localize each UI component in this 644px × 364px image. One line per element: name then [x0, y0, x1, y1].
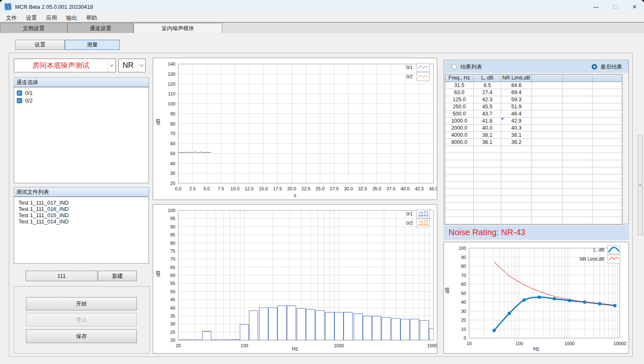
list-item[interactable]: Test 1_111_017_IND: [18, 200, 149, 206]
table-cell[interactable]: 43.7: [474, 110, 501, 118]
table-row[interactable]: [445, 146, 622, 153]
menu-item-3[interactable]: 应用: [41, 13, 62, 23]
table-cell[interactable]: [445, 174, 474, 182]
table-row[interactable]: [445, 182, 622, 189]
table-cell[interactable]: [474, 196, 501, 203]
list-item[interactable]: Test 1_111_016_IND: [18, 206, 149, 212]
minimize-button[interactable]: —: [587, 0, 606, 13]
radio-on-icon[interactable]: [592, 64, 597, 69]
table-cell[interactable]: 63.0: [445, 89, 474, 96]
table-cell[interactable]: [593, 160, 622, 167]
table-cell[interactable]: [593, 196, 622, 203]
table-cell[interactable]: 45.5: [474, 103, 501, 110]
list-item[interactable]: Test 1_111_014_IND: [18, 218, 149, 225]
table-cell[interactable]: [593, 189, 622, 196]
table-cell[interactable]: [501, 167, 532, 174]
table-cell[interactable]: 36.2: [501, 139, 532, 146]
table-cell[interactable]: [593, 182, 622, 189]
table-row[interactable]: [445, 189, 622, 196]
table-cell[interactable]: [532, 118, 563, 125]
table-cell[interactable]: [445, 146, 474, 153]
table-cell[interactable]: 42.3: [474, 96, 501, 103]
table-cell[interactable]: [445, 182, 474, 189]
table-cell[interactable]: 38.1: [474, 132, 501, 139]
table-cell[interactable]: [532, 132, 563, 139]
table-row[interactable]: 8000.036.136.2: [445, 139, 622, 146]
table-cell[interactable]: 4000.0: [445, 132, 474, 139]
table-cell[interactable]: [563, 82, 593, 89]
channel-item[interactable]: ✓0/1: [17, 89, 149, 97]
table-cell[interactable]: [593, 167, 622, 174]
channel-item[interactable]: ✓0/2: [17, 97, 149, 104]
table-cell[interactable]: [563, 174, 593, 182]
table-cell[interactable]: [532, 110, 563, 118]
table-cell[interactable]: [563, 196, 593, 203]
table-cell[interactable]: [593, 118, 622, 125]
table-cell[interactable]: [474, 182, 501, 189]
table-cell[interactable]: 69.4: [501, 89, 532, 96]
rating-standard-combobox[interactable]: NR: [118, 59, 146, 72]
menu-item-2[interactable]: 设置: [21, 13, 41, 23]
table-row[interactable]: 1000.041.842.9: [445, 118, 622, 125]
table-cell[interactable]: [445, 210, 474, 217]
tab-settings[interactable]: 设置: [15, 40, 65, 50]
table-row[interactable]: 250.045.551.9: [445, 103, 622, 110]
table-cell[interactable]: [532, 96, 563, 103]
table-row[interactable]: 63.027.469.4: [445, 89, 622, 96]
table-cell[interactable]: 31.5: [445, 82, 474, 89]
test-file-list[interactable]: Test 1_111_017_INDTest 1_111_016_INDTest…: [14, 197, 149, 264]
table-cell[interactable]: [445, 217, 474, 224]
table-cell[interactable]: [593, 153, 622, 160]
table-cell[interactable]: [563, 217, 593, 224]
table-cell[interactable]: [474, 160, 501, 167]
table-cell[interactable]: [593, 210, 622, 217]
table-cell[interactable]: 8000.0: [445, 139, 474, 146]
table-cell[interactable]: [563, 125, 593, 132]
table-cell[interactable]: [532, 167, 563, 174]
table-cell[interactable]: [532, 182, 563, 189]
tab-1[interactable]: 文档设置: [0, 23, 67, 33]
table-cell[interactable]: [563, 96, 593, 103]
close-button[interactable]: ✕: [625, 0, 644, 13]
table-cell[interactable]: [532, 160, 563, 167]
table-cell[interactable]: [532, 189, 563, 196]
table-cell[interactable]: [593, 139, 622, 146]
table-cell[interactable]: [474, 174, 501, 182]
table-cell[interactable]: [445, 203, 474, 210]
table-cell[interactable]: [501, 189, 532, 196]
menu-item-4[interactable]: 输出: [62, 13, 82, 23]
table-cell[interactable]: 36.1: [474, 139, 501, 146]
table-cell[interactable]: [593, 174, 622, 182]
table-cell[interactable]: 59.3: [501, 96, 532, 103]
save-button[interactable]: 保存: [26, 329, 137, 343]
table-cell[interactable]: [563, 118, 593, 125]
table-cell[interactable]: [501, 146, 532, 153]
table-cell[interactable]: [593, 89, 622, 96]
table-cell[interactable]: [563, 139, 593, 146]
table-cell[interactable]: [593, 82, 622, 89]
table-cell[interactable]: [474, 203, 501, 210]
table-row[interactable]: 4000.038.138.1: [445, 132, 622, 139]
table-cell[interactable]: [532, 153, 563, 160]
table-cell[interactable]: [474, 153, 501, 160]
table-cell[interactable]: [593, 203, 622, 210]
table-cell[interactable]: 2000.0: [445, 125, 474, 132]
table-cell[interactable]: 38.1: [501, 132, 532, 139]
table-cell[interactable]: [532, 139, 563, 146]
table-row[interactable]: [445, 210, 622, 217]
table-cell[interactable]: 51.9: [501, 103, 532, 110]
table-cell[interactable]: [445, 196, 474, 203]
table-cell[interactable]: [593, 146, 622, 153]
table-cell[interactable]: [563, 167, 593, 174]
table-cell[interactable]: [532, 146, 563, 153]
table-cell[interactable]: [474, 217, 501, 224]
table-cell[interactable]: [532, 125, 563, 132]
table-cell[interactable]: [474, 189, 501, 196]
table-cell[interactable]: [501, 182, 532, 189]
menu-item-5[interactable]: 帮助: [82, 13, 102, 23]
table-cell[interactable]: [563, 210, 593, 217]
file-name-field[interactable]: 111: [26, 271, 97, 281]
rating-dropdown-button[interactable]: [137, 59, 145, 72]
table-cell[interactable]: [563, 89, 593, 96]
table-cell[interactable]: [445, 167, 474, 174]
